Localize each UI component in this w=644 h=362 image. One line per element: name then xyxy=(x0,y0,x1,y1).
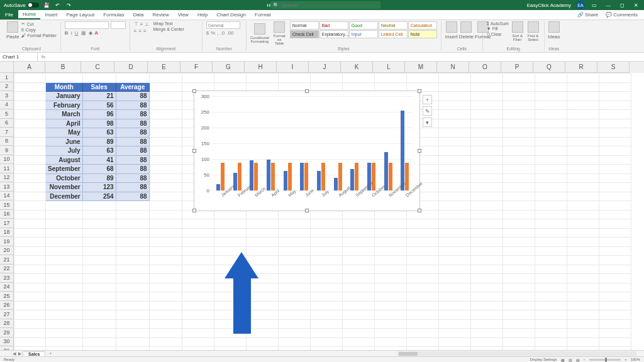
cell[interactable] xyxy=(278,246,310,256)
add-sheet-button[interactable]: + xyxy=(47,351,54,356)
cell[interactable] xyxy=(502,137,535,146)
cell[interactable] xyxy=(535,310,567,320)
cell[interactable] xyxy=(46,329,83,338)
cell[interactable]: 41 xyxy=(82,155,116,165)
row-header[interactable]: 3 xyxy=(0,91,14,101)
cell[interactable] xyxy=(278,310,310,320)
row-header[interactable]: 18 xyxy=(0,228,14,238)
cell[interactable] xyxy=(438,238,470,247)
cell[interactable] xyxy=(567,101,599,110)
chart-bar[interactable] xyxy=(300,163,304,191)
cell[interactable] xyxy=(470,82,502,92)
cell[interactable] xyxy=(182,310,214,320)
cell[interactable] xyxy=(310,256,342,265)
cell[interactable] xyxy=(342,319,374,329)
cell[interactable] xyxy=(470,292,502,302)
cell[interactable] xyxy=(406,228,438,238)
cell[interactable] xyxy=(599,292,631,302)
cell[interactable] xyxy=(567,165,599,174)
cell[interactable] xyxy=(502,82,535,92)
increase-decimal-button[interactable]: .0 xyxy=(221,30,225,36)
cell[interactable] xyxy=(599,265,631,274)
column-header[interactable]: A xyxy=(14,62,45,73)
cell[interactable] xyxy=(149,337,182,347)
cell[interactable] xyxy=(14,110,46,119)
cell[interactable] xyxy=(599,155,631,165)
cell[interactable]: 88 xyxy=(116,119,149,128)
column-header[interactable]: E xyxy=(148,62,180,73)
cell[interactable] xyxy=(116,246,149,256)
cell[interactable] xyxy=(438,283,470,292)
cell[interactable] xyxy=(116,265,149,274)
row-header[interactable]: 23 xyxy=(0,273,14,283)
cell[interactable] xyxy=(342,219,374,229)
style-cell[interactable]: Calculation xyxy=(408,21,437,30)
currency-button[interactable]: $ xyxy=(206,30,209,36)
account-name[interactable]: EasyClick Academy xyxy=(527,3,571,8)
style-cell[interactable]: Linked Cell xyxy=(379,30,408,38)
cell[interactable] xyxy=(182,329,214,338)
cell[interactable] xyxy=(535,246,567,256)
cell[interactable] xyxy=(342,256,374,265)
cell[interactable] xyxy=(567,192,599,201)
cell[interactable] xyxy=(599,238,631,247)
cell[interactable] xyxy=(14,329,46,338)
cell[interactable]: 88 xyxy=(116,137,149,146)
cell[interactable] xyxy=(278,238,310,247)
row-header[interactable]: 30 xyxy=(0,337,14,347)
align-bottom-button[interactable]: ⊥ xyxy=(145,21,149,27)
cell[interactable] xyxy=(46,201,83,211)
cell[interactable]: 88 xyxy=(116,92,149,101)
cell[interactable] xyxy=(82,265,116,274)
row-header[interactable]: 26 xyxy=(0,301,14,310)
chart-bar[interactable] xyxy=(288,163,292,190)
find-select-button[interactable]: Find & Select xyxy=(526,21,540,41)
chart-bar[interactable] xyxy=(350,169,354,190)
cell[interactable] xyxy=(599,301,631,310)
cell[interactable] xyxy=(342,210,374,219)
chart-bar[interactable] xyxy=(384,152,388,191)
cell[interactable] xyxy=(374,246,406,256)
style-cell[interactable]: Note xyxy=(408,30,437,38)
cell[interactable] xyxy=(470,310,502,320)
cell[interactable] xyxy=(14,265,46,274)
comma-button[interactable]: , xyxy=(217,30,218,36)
display-settings-button[interactable]: Display Settings xyxy=(530,358,557,361)
cell[interactable] xyxy=(567,246,599,256)
cell[interactable] xyxy=(116,219,149,229)
cell[interactable] xyxy=(438,265,470,274)
cell[interactable] xyxy=(535,119,567,128)
zoom-level[interactable]: 100% xyxy=(631,358,640,361)
cell[interactable] xyxy=(278,256,310,265)
cell[interactable]: December xyxy=(46,192,83,201)
cell[interactable] xyxy=(342,310,374,320)
cell[interactable] xyxy=(599,74,631,83)
cell[interactable] xyxy=(14,283,46,292)
cell[interactable] xyxy=(14,183,46,192)
cell[interactable] xyxy=(374,265,406,274)
copy-button[interactable]: ⎘Copy xyxy=(21,28,56,32)
row-header[interactable]: 15 xyxy=(0,200,14,210)
cell[interactable]: June xyxy=(46,137,83,146)
cell[interactable] xyxy=(502,201,535,211)
underline-button[interactable]: U xyxy=(75,30,79,36)
row-header[interactable]: 29 xyxy=(0,328,14,337)
horizontal-scrollbar[interactable] xyxy=(397,351,636,356)
cell[interactable] xyxy=(149,92,182,101)
cell[interactable] xyxy=(567,319,599,329)
cell[interactable] xyxy=(374,256,406,265)
cell[interactable] xyxy=(535,283,567,292)
style-cell[interactable]: Normal xyxy=(290,21,319,30)
tab-format[interactable]: Format xyxy=(250,10,275,19)
cell[interactable] xyxy=(14,137,46,146)
cell[interactable] xyxy=(149,74,182,83)
cell[interactable] xyxy=(82,238,116,247)
cell[interactable] xyxy=(438,274,470,283)
undo-icon[interactable]: ↶ xyxy=(54,1,62,9)
cell[interactable] xyxy=(438,74,470,83)
autosave-toggle-switch[interactable] xyxy=(28,3,39,8)
row-header[interactable]: 5 xyxy=(0,109,14,119)
cell[interactable] xyxy=(406,329,438,338)
cell[interactable]: 56 xyxy=(82,101,116,110)
share-button[interactable]: 🔗Share xyxy=(575,11,601,19)
